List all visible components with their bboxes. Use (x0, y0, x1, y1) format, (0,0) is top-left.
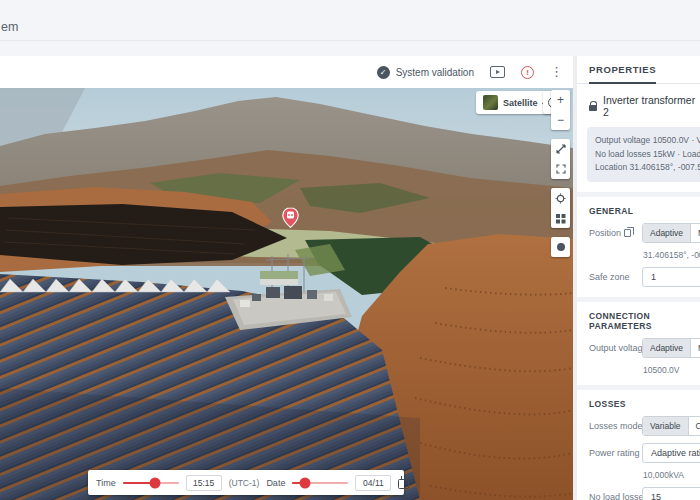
map-toolbar: ✓ System validation ! ⋮ (0, 56, 573, 88)
map-3d-scene (0, 88, 573, 500)
app-root: em ✓ System validation ! ⋮ (0, 0, 700, 500)
device-summary: Output voltage 10500.0V · Variable losse… (587, 127, 700, 182)
arrows-out-icon (556, 144, 566, 154)
page-title-fragment: em (1, 20, 18, 34)
section-divider (577, 385, 700, 390)
losses-model-segmented: Variable Constant (642, 416, 700, 436)
output-voltage-adaptive[interactable]: Adaptive (643, 339, 690, 357)
time-input[interactable]: 15:15 (186, 475, 222, 491)
section-title-general: GENERAL (577, 206, 700, 216)
calendar-icon (398, 479, 409, 489)
copy-icon[interactable] (624, 229, 631, 237)
section-title-connection: CONNECTION PARAMETERS (577, 311, 700, 331)
date-input[interactable]: 04/11 (355, 475, 391, 491)
power-rating-select[interactable]: Adaptive rating (642, 443, 700, 463)
time-slider-thumb[interactable] (150, 478, 161, 489)
safe-zone-input[interactable]: 1 (642, 267, 700, 287)
basemap-label: Satellite (503, 98, 538, 108)
map-controls: + − (551, 90, 570, 257)
presentation-button[interactable] (490, 66, 505, 78)
summary-line: Location 31.406158°, -007.517131° (595, 161, 700, 175)
locate-dot-icon (557, 243, 565, 251)
workspace: ✓ System validation ! ⋮ (0, 56, 700, 500)
power-rating-row: Power rating Adaptive rating (577, 443, 700, 463)
position-row: Position Adaptive Manual (577, 223, 700, 243)
top-header: em (0, 0, 700, 56)
fullscreen-icon (556, 164, 566, 174)
output-voltage-manual[interactable]: Manual (690, 339, 700, 357)
zoom-out-button[interactable]: − (551, 110, 570, 130)
check-circle-icon: ✓ (377, 66, 390, 79)
gear-icon (555, 193, 566, 204)
map-area: ✓ System validation ! ⋮ (0, 56, 573, 500)
play-box-icon (490, 66, 505, 78)
no-load-losses-label: No load losses (589, 492, 642, 500)
map-pin-marker[interactable] (282, 207, 299, 228)
map-settings-button[interactable] (551, 188, 570, 208)
summary-line: No load losses 15kW · Load losses 120kW (595, 148, 700, 162)
more-options-button[interactable]: ⋮ (550, 67, 563, 77)
no-load-losses-input[interactable]: 15 (642, 487, 700, 500)
satellite-thumbnail (483, 95, 498, 110)
output-voltage-row: Output voltage Adaptive Manual (577, 338, 700, 358)
safe-zone-label: Safe zone (589, 272, 642, 282)
time-control-bar: Time 15:15 (UTC-1) Date 04/11 (88, 470, 404, 495)
losses-model-constant[interactable]: Constant (688, 417, 700, 435)
time-slider[interactable] (123, 477, 179, 489)
losses-model-label: Losses model (589, 421, 642, 431)
position-label: Position (589, 228, 621, 238)
output-voltage-value: 10500.0V (643, 365, 700, 375)
grid-icon (556, 214, 560, 218)
lock-icon (589, 105, 597, 111)
system-validation-label: System validation (396, 67, 474, 78)
kebab-menu-icon: ⋮ (550, 67, 563, 77)
calendar-button[interactable] (398, 477, 409, 489)
utc-label: (UTC-1) (229, 478, 260, 488)
fit-view-button[interactable] (551, 139, 570, 159)
power-rating-label: Power rating (589, 448, 642, 458)
position-mode-manual[interactable]: Manual (690, 224, 700, 242)
date-slider[interactable] (292, 477, 348, 489)
view-grid-button[interactable] (551, 208, 570, 228)
alert-circle-icon: ! (521, 66, 534, 79)
position-mode-segmented: Adaptive Manual (642, 223, 700, 243)
device-header: Inverter transformer 2 (577, 94, 700, 118)
safe-zone-row: Safe zone 1 (577, 267, 700, 287)
position-mode-adaptive[interactable]: Adaptive (643, 224, 690, 242)
alerts-button[interactable]: ! (521, 66, 534, 79)
output-voltage-label: Output voltage (589, 343, 642, 353)
tab-properties[interactable]: PROPERTIES (589, 64, 656, 84)
date-slider-thumb[interactable] (300, 478, 311, 489)
no-load-losses-row: No load losses 15 (577, 487, 700, 500)
position-value: 31.406158°, -007.517131° (643, 250, 700, 260)
time-label: Time (96, 478, 116, 488)
zoom-in-button[interactable]: + (551, 90, 570, 110)
summary-line: Output voltage 10500.0V · Variable losse… (595, 134, 700, 148)
power-rating-sub-value: 10,000kVA (643, 470, 700, 480)
properties-panel: PROPERTIES Inverter transformer 2 Output… (577, 56, 700, 500)
output-voltage-segmented: Adaptive Manual (642, 338, 700, 358)
map-3d-view[interactable]: Satellite + − (0, 88, 573, 500)
fullscreen-button[interactable] (551, 159, 570, 179)
losses-model-row: Losses model Variable Constant (577, 416, 700, 436)
device-name: Inverter transformer 2 (603, 94, 700, 118)
panel-tab-row: PROPERTIES (577, 56, 700, 84)
locate-button[interactable] (551, 237, 570, 257)
section-title-losses: LOSSES (577, 399, 700, 409)
losses-model-variable[interactable]: Variable (643, 417, 688, 435)
section-divider (577, 297, 700, 302)
system-validation-status: ✓ System validation (377, 66, 474, 79)
section-divider (577, 192, 700, 197)
date-label: Date (266, 478, 285, 488)
